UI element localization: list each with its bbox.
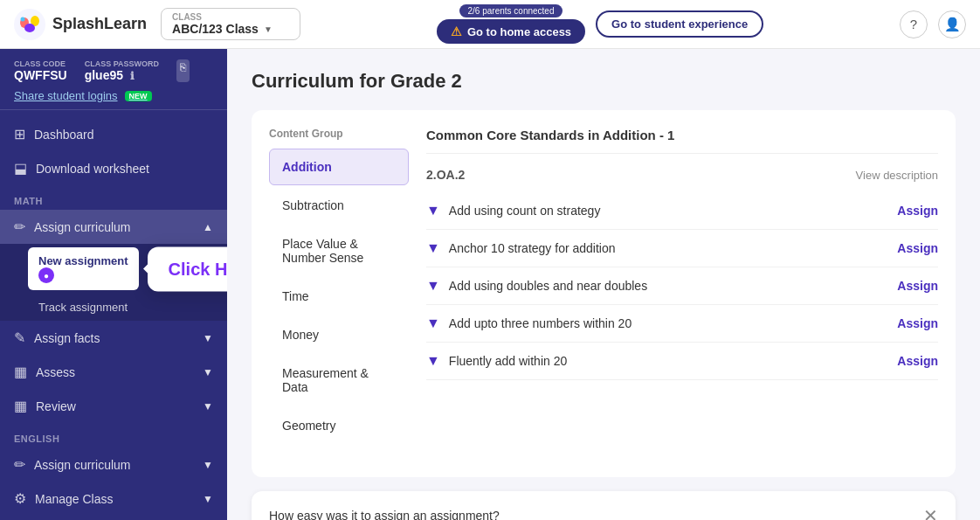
copy-icon[interactable]: ⎘ — [176, 59, 190, 82]
content-group-item-place-value[interactable]: Place Value & Number Sense — [269, 225, 409, 276]
assign-curriculum-chevron: ▲ — [203, 221, 213, 233]
page-title: Curriculum for Grade 2 — [252, 70, 956, 93]
parents-connected-text: 2/6 parents connected — [459, 4, 563, 17]
main-content: Curriculum for Grade 2 Content Group Add… — [227, 49, 980, 520]
assign-link[interactable]: Assign — [897, 354, 938, 368]
english-assign-chevron: ▼ — [203, 459, 213, 471]
home-access-button[interactable]: ⚠ Go to home access — [437, 19, 585, 44]
class-selector-chevron: ▼ — [264, 24, 273, 34]
help-button[interactable]: ? — [900, 10, 928, 38]
download-icon: ⬓ — [14, 160, 27, 177]
standard-name: Add using doubles and near doubles — [449, 279, 647, 293]
class-codes: CLASS CODE QWFFSU CLASS PASSWORD glue95 … — [14, 59, 213, 82]
dashboard-icon: ⊞ — [14, 126, 25, 142]
svg-point-3 — [24, 24, 35, 32]
share-logins[interactable]: Share student logins NEW — [14, 89, 213, 102]
sidebar-item-assess[interactable]: ▦ Assess ▼ — [0, 355, 227, 389]
standards-header: Common Core Standards in Addition - 1 — [426, 128, 938, 154]
class-name: ABC/123 Class — [172, 22, 259, 36]
logo-icon — [14, 9, 45, 40]
sub-item-track-assignment[interactable]: Track assignment — [0, 294, 227, 321]
new-assignment-label: New assignment — [38, 254, 128, 267]
svg-point-4 — [21, 17, 25, 21]
standards-col: Common Core Standards in Addition - 1 2.… — [426, 128, 938, 460]
content-group-item-money[interactable]: Money — [269, 316, 409, 353]
assign-link[interactable]: Assign — [897, 316, 938, 330]
view-description-link[interactable]: View description — [856, 169, 938, 182]
standard-left: ▼ Add using doubles and near doubles — [426, 278, 647, 294]
content-group-list: AdditionSubtractionPlace Value & Number … — [269, 149, 409, 444]
expand-icon[interactable]: ▼ — [426, 353, 440, 369]
sidebar-nav: ⊞ Dashboard ⬓ Download worksheet MATH ✏ … — [0, 110, 227, 520]
content-group-item-geometry[interactable]: Geometry — [269, 407, 409, 444]
nav-icons: ? 👤 — [900, 10, 966, 38]
assign-link[interactable]: Assign — [897, 279, 938, 293]
expand-icon[interactable]: ▼ — [426, 315, 440, 331]
standard-name: Fluently add within 20 — [449, 354, 567, 368]
expand-icon[interactable]: ▼ — [426, 240, 440, 256]
english-section-label: ENGLISH — [0, 423, 227, 447]
student-exp-label: Go to student experience — [611, 17, 748, 31]
manage-class-icon: ⚙ — [14, 490, 26, 507]
sidebar-item-download-worksheet[interactable]: ⬓ Download worksheet — [0, 151, 227, 185]
sidebar-item-manage-class[interactable]: ⚙ Manage Class ▼ — [0, 482, 227, 516]
standard-item: ▼ Add using count on strategy Assign — [426, 192, 938, 230]
class-code-label: CLASS CODE — [14, 59, 67, 68]
top-nav: SplashLearn CLASS ABC/123 Class ▼ 2/6 pa… — [0, 0, 980, 49]
standard-item: ▼ Add upto three numbers within 20 Assig… — [426, 305, 938, 343]
content-group-item-addition[interactable]: Addition — [269, 149, 409, 185]
track-assignment-label: Track assignment — [38, 301, 128, 314]
manage-class-label: Manage Class — [35, 492, 114, 506]
math-section-label: MATH — [0, 185, 227, 210]
sub-item-new-assignment[interactable]: New assignment ● Click Here — [28, 247, 139, 290]
sidebar-item-review[interactable]: ▦ Review ▼ — [0, 389, 227, 423]
standard-item: ▼ Anchor 10 strategy for addition Assign — [426, 230, 938, 267]
content-group-label: Content Group — [269, 128, 409, 140]
class-code-item: CLASS CODE QWFFSU — [14, 59, 67, 82]
assign-curriculum-icon: ✏ — [14, 218, 25, 235]
standards-list: ▼ Add using count on strategy Assign ▼ A… — [426, 192, 938, 380]
warning-icon: ⚠ — [451, 24, 462, 38]
content-group-item-subtraction[interactable]: Subtraction — [269, 187, 409, 224]
content-group-item-time[interactable]: Time — [269, 278, 409, 315]
sidebar-item-assign-curriculum[interactable]: ✏ Assign curriculum ▲ — [0, 210, 227, 244]
expand-icon[interactable]: ▼ — [426, 203, 440, 218]
assign-curriculum-label: Assign curriculum — [34, 220, 130, 234]
dashboard-label: Dashboard — [34, 128, 94, 142]
sidebar-item-english-assign-curriculum[interactable]: ✏ Assign curriculum ▼ — [0, 447, 227, 482]
assess-label: Assess — [36, 365, 75, 379]
tooltip-text: Click Here — [169, 259, 227, 278]
info-icon: ℹ — [130, 70, 135, 82]
assign-link[interactable]: Assign — [897, 204, 938, 218]
standard-code-row: 2.OA.2 View description — [426, 168, 938, 182]
sidebar-class-info: CLASS CODE QWFFSU CLASS PASSWORD glue95 … — [0, 49, 227, 110]
class-password-item: CLASS PASSWORD glue95 ℹ — [85, 59, 159, 82]
standard-name: Add upto three numbers within 20 — [449, 316, 631, 330]
class-password-label: CLASS PASSWORD — [85, 59, 159, 68]
logo-text: SplashLearn — [52, 15, 147, 33]
assign-facts-icon: ✎ — [14, 329, 25, 346]
download-worksheet-label: Download worksheet — [36, 162, 149, 176]
assess-chevron: ▼ — [203, 366, 213, 378]
feedback-bar: How easy was it to assign an assignment?… — [252, 491, 956, 520]
new-assignment-dot: ● — [38, 267, 54, 283]
assign-link[interactable]: Assign — [897, 241, 938, 255]
review-chevron: ▼ — [203, 400, 213, 413]
standard-left: ▼ Add upto three numbers within 20 — [426, 315, 631, 331]
student-experience-button[interactable]: Go to student experience — [596, 10, 763, 38]
class-selector-label: CLASS — [172, 12, 289, 22]
review-icon: ▦ — [14, 398, 27, 414]
sidebar-item-assign-facts[interactable]: ✎ Assign facts ▼ — [0, 321, 227, 355]
standard-left: ▼ Fluently add within 20 — [426, 353, 567, 369]
standard-item: ▼ Fluently add within 20 Assign — [426, 343, 938, 380]
content-group-item-measurement[interactable]: Measurement & Data — [269, 355, 409, 406]
close-feedback-button[interactable]: ✕ — [923, 505, 938, 520]
sidebar-item-dashboard[interactable]: ⊞ Dashboard — [0, 117, 227, 151]
content-group-col: Content Group AdditionSubtractionPlace V… — [269, 128, 409, 460]
expand-icon[interactable]: ▼ — [426, 278, 440, 294]
tooltip-bubble: Click Here — [148, 246, 227, 291]
profile-button[interactable]: 👤 — [938, 10, 966, 38]
class-selector[interactable]: CLASS ABC/123 Class ▼ — [161, 8, 300, 40]
standard-left: ▼ Add using count on strategy — [426, 203, 600, 218]
class-password-value: glue95 ℹ — [85, 68, 159, 82]
